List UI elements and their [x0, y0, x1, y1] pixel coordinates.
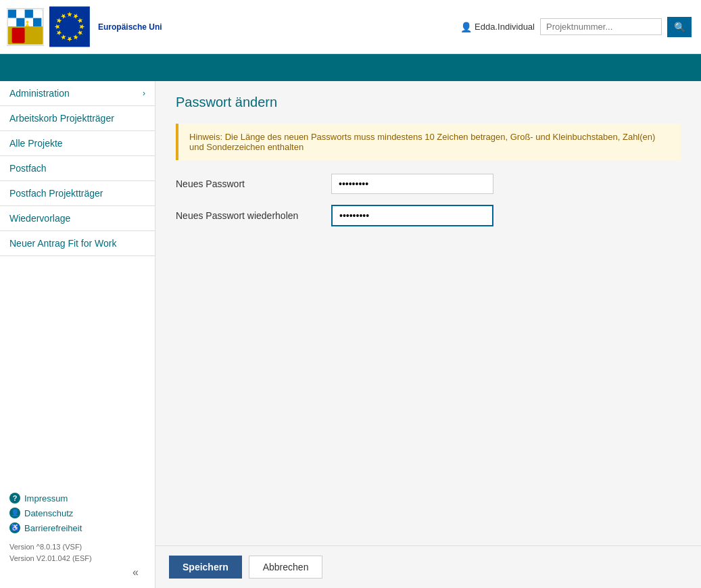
- sidebar-item-label: Arbeitskorb Projektträger: [9, 113, 114, 124]
- version-line2: Version V2.01.042 (ESF): [9, 553, 145, 564]
- sidebar-item-label: Neuer Antrag Fit for Work: [9, 238, 116, 249]
- new-password-label: Neues Passwort: [176, 178, 331, 189]
- user-icon: 👤: [460, 22, 472, 32]
- new-password-input[interactable]: [331, 174, 493, 194]
- version-info: Version ^8.0.13 (VSF) Version V2.01.042 …: [9, 541, 145, 564]
- main-content: Passwort ändern Hinweis: Die Länge des n…: [155, 81, 701, 545]
- repeat-password-input[interactable]: [331, 205, 493, 226]
- repeat-password-label: Neues Passwort wiederholen: [176, 210, 331, 221]
- hint-box: Hinweis: Die Länge des neuen Passworts m…: [176, 124, 681, 160]
- sidebar-item-wiedervorlage[interactable]: Wiedervorlage: [0, 206, 155, 231]
- svg-rect-5: [33, 9, 41, 18]
- sidebar-item-label: Postfach: [9, 163, 46, 174]
- version-line1: Version ^8.0.13 (VSF): [9, 541, 145, 553]
- datenschutz-label: Datenschutz: [24, 508, 73, 518]
- header: Europäische Uni 👤 Edda.Individual 🔍: [0, 0, 701, 54]
- form-container: Hinweis: Die Länge des neuen Passworts m…: [176, 124, 681, 226]
- main-area: Passwort ändern Hinweis: Die Länge des n…: [155, 81, 701, 588]
- svg-point-13: [26, 20, 29, 23]
- repeat-password-row: Neues Passwort wiederholen: [176, 205, 681, 226]
- svg-rect-2: [8, 9, 16, 18]
- sidebar-nav: Administration › Arbeitskorb Projektträg…: [0, 81, 155, 284]
- accessibility-icon: ♿: [9, 522, 20, 533]
- datenschutz-link[interactable]: 👤 Datenschutz: [9, 508, 145, 518]
- hint-text: Hinweis: Die Länge des neuen Passworts m…: [189, 132, 655, 152]
- sidebar-item-postfach[interactable]: Postfach: [0, 156, 155, 181]
- sidebar-item-label: Administration: [9, 88, 70, 99]
- privacy-icon: 👤: [9, 508, 20, 518]
- sidebar-item-neuer-antrag[interactable]: Neuer Antrag Fit for Work: [0, 231, 155, 256]
- sidebar-item-alle-projekte[interactable]: Alle Projekte: [0, 131, 155, 156]
- bottom-bar: Speichern Abbrechen: [155, 545, 701, 588]
- svg-rect-8: [25, 18, 33, 26]
- svg-rect-7: [16, 18, 24, 26]
- collapse-icon[interactable]: «: [132, 566, 139, 579]
- svg-rect-3: [16, 9, 24, 18]
- sidebar-item-postfach-projekttraeger[interactable]: Postfach Projektträger: [0, 181, 155, 206]
- blue-banner: [0, 54, 701, 81]
- sidebar-footer-links: ? Impressum 👤 Datenschutz ♿ Barrierefrei…: [9, 493, 145, 533]
- project-search-input[interactable]: [540, 18, 662, 35]
- sidebar-item-arbeitskorb[interactable]: Arbeitskorb Projektträger: [0, 106, 155, 131]
- svg-rect-4: [25, 9, 33, 18]
- save-button[interactable]: Speichern: [169, 556, 242, 579]
- sidebar-item-label: Postfach Projektträger: [9, 188, 103, 199]
- svg-rect-9: [33, 18, 41, 26]
- svg-rect-11: [12, 27, 25, 43]
- chevron-right-icon: ›: [143, 89, 145, 98]
- eu-text: Europäische Uni: [98, 22, 162, 32]
- header-right: 👤 Edda.Individual 🔍: [162, 17, 694, 37]
- barrierefreiheit-label: Barrierefreiheit: [24, 523, 82, 533]
- bavaria-logo: [7, 7, 44, 47]
- search-icon: 🔍: [674, 22, 685, 32]
- svg-rect-6: [8, 18, 16, 26]
- new-password-row: Neues Passwort: [176, 174, 681, 194]
- impressum-label: Impressum: [24, 493, 68, 504]
- sidebar: Administration › Arbeitskorb Projektträg…: [0, 81, 155, 588]
- barrierefreiheit-link[interactable]: ♿ Barrierefreiheit: [9, 522, 145, 533]
- impressum-link[interactable]: ? Impressum: [9, 493, 145, 504]
- search-button[interactable]: 🔍: [667, 17, 692, 37]
- cancel-button[interactable]: Abbrechen: [249, 556, 323, 579]
- page-title: Passwort ändern: [176, 95, 681, 110]
- logo-area: Europäische Uni: [7, 5, 162, 48]
- info-icon: ?: [9, 493, 20, 504]
- layout: Administration › Arbeitskorb Projektträg…: [0, 81, 701, 588]
- user-name: Edda.Individual: [475, 22, 535, 32]
- sidebar-item-label: Wiedervorlage: [9, 213, 70, 224]
- user-info: 👤 Edda.Individual: [460, 22, 535, 32]
- sidebar-item-administration[interactable]: Administration ›: [0, 81, 155, 106]
- sidebar-footer: ? Impressum 👤 Datenschutz ♿ Barrierefrei…: [0, 486, 155, 588]
- sidebar-collapse-row: «: [9, 564, 145, 581]
- sidebar-item-label: Alle Projekte: [9, 138, 63, 149]
- eu-logo: [49, 5, 90, 48]
